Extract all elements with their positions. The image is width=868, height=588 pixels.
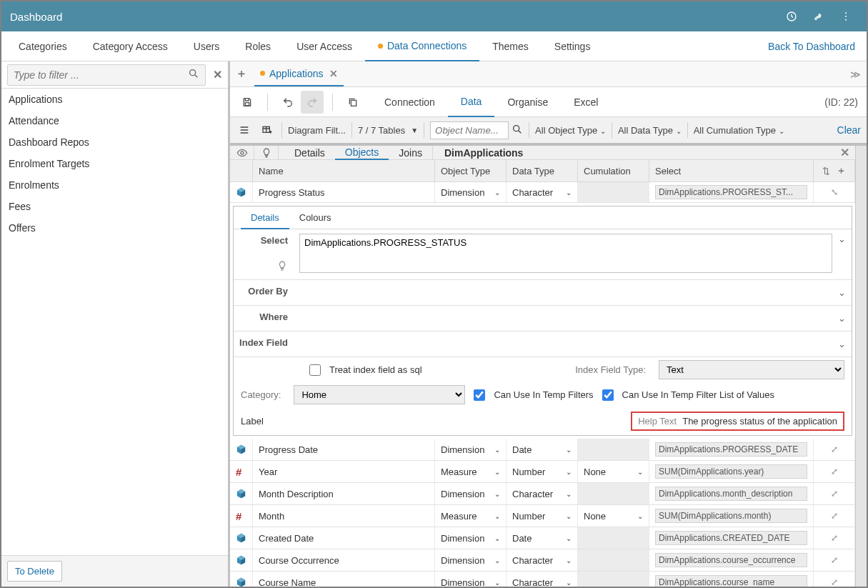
table-row[interactable]: Month DescriptionDimension⌄Character⌄Dim… xyxy=(230,483,855,505)
tab-user-access[interactable]: User Access xyxy=(284,31,365,61)
vertical-scrollbar[interactable] xyxy=(855,146,867,587)
row-datatype-select[interactable]: Date⌄ xyxy=(507,439,578,460)
table-row[interactable]: Progress DateDimension⌄Date⌄DimApplicati… xyxy=(230,439,855,461)
col-select[interactable]: Select xyxy=(649,160,814,181)
clear-filter-icon[interactable]: ✕ xyxy=(213,68,222,81)
undo-icon[interactable] xyxy=(276,91,299,114)
more-tabs-icon[interactable]: ≫ xyxy=(850,69,861,80)
can-use-temp-filters-checkbox[interactable] xyxy=(474,389,485,401)
object-name-filter-input[interactable] xyxy=(430,121,509,139)
editor-tab-applications[interactable]: Applications ✕ xyxy=(254,61,344,86)
row-cumul-select[interactable]: None⌄ xyxy=(578,505,649,527)
expand-row-icon[interactable]: ⤢ xyxy=(831,489,838,499)
orderby-input[interactable] xyxy=(299,284,838,301)
tab-roles[interactable]: Roles xyxy=(232,31,284,61)
row-datatype-select[interactable]: Number⌄ xyxy=(507,461,578,482)
save-icon[interactable] xyxy=(236,91,259,114)
copy-icon[interactable] xyxy=(341,91,364,114)
add-table-icon[interactable] xyxy=(259,121,276,139)
label-input[interactable] xyxy=(278,415,617,427)
row-datatype-select[interactable]: Number⌄ xyxy=(507,505,578,527)
add-tab-icon[interactable]: ＋ xyxy=(236,66,247,81)
row-objtype-select[interactable]: Measure⌄ xyxy=(435,505,507,527)
to-delete-button[interactable]: To Delete xyxy=(7,561,62,582)
chevron-down-icon[interactable]: ⌄ xyxy=(838,339,846,349)
close-detail-icon[interactable]: ✕ xyxy=(840,146,849,159)
expand-row-icon[interactable]: ⤢ xyxy=(831,511,838,521)
toolbar-tab-data[interactable]: Data xyxy=(448,87,495,117)
tab-data-connections[interactable]: Data Connections xyxy=(365,31,479,61)
row-datatype-select[interactable]: Character⌄ xyxy=(507,549,578,571)
row-objtype-select[interactable]: Dimension⌄ xyxy=(435,549,507,571)
sidebar-item-attendance[interactable]: Attendance xyxy=(1,110,228,131)
can-use-temp-filter-lov-checkbox[interactable] xyxy=(602,389,614,401)
expand-row-icon[interactable]: ⤢ xyxy=(831,533,838,543)
close-tab-icon[interactable]: ✕ xyxy=(329,68,338,79)
wrench-icon[interactable] xyxy=(807,4,831,29)
back-to-dashboard-link[interactable]: Back To Dashboard xyxy=(768,41,855,52)
table-row[interactable]: #YearMeasure⌄Number⌄None⌄SUM(DimApplicat… xyxy=(230,461,855,483)
table-row[interactable]: Course OccurrenceDimension⌄Character⌄Dim… xyxy=(230,549,855,572)
sidebar-item-dashboard-repos[interactable]: Dashboard Repos xyxy=(1,131,228,153)
sidebar-item-fees[interactable]: Fees xyxy=(1,196,228,217)
list-view-icon[interactable] xyxy=(236,121,253,139)
row-objtype-select[interactable]: Dimension⌄ xyxy=(435,483,507,504)
toolbar-tab-excel[interactable]: Excel xyxy=(561,87,611,116)
row-objtype-select[interactable]: Measure⌄ xyxy=(435,461,507,482)
toolbar-tab-organise[interactable]: Organise xyxy=(494,87,561,116)
toolbar-tab-connection[interactable]: Connection xyxy=(371,87,448,116)
collapse-row-icon[interactable]: ⤡ xyxy=(831,187,838,197)
tab-category-access[interactable]: Category Access xyxy=(80,31,181,61)
col-objtype[interactable]: Object Type xyxy=(435,160,507,181)
expand-row-icon[interactable]: ⤢ xyxy=(831,444,838,454)
cumulation-type-filter[interactable]: All Cumulation Type ⌄ xyxy=(694,125,784,136)
detail-tab-joins[interactable]: Joins xyxy=(389,146,432,159)
help-text-value[interactable]: The progress status of the application xyxy=(682,416,837,427)
data-type-filter[interactable]: All Data Type ⌄ xyxy=(618,125,682,136)
col-cumulation[interactable]: Cumulation xyxy=(578,160,649,181)
expand-row-icon[interactable]: ⤢ xyxy=(831,577,838,587)
chevron-down-icon[interactable]: ⌄ xyxy=(838,313,846,324)
tab-themes[interactable]: Themes xyxy=(479,31,542,61)
expanded-tab-details[interactable]: Details xyxy=(241,206,289,229)
diagram-filter-label[interactable]: Diagram Filt... xyxy=(288,125,346,136)
row-datatype-select[interactable]: Character⌄ xyxy=(507,483,578,504)
row-objtype-select[interactable]: Dimension⌄ xyxy=(435,439,507,460)
tables-count[interactable]: 7 / 7 Tables xyxy=(358,125,405,136)
lightbulb-icon[interactable] xyxy=(254,146,279,159)
row-cumul-select[interactable]: None⌄ xyxy=(578,461,649,482)
indexfield-input[interactable] xyxy=(299,336,838,352)
tab-categories[interactable]: Categories xyxy=(6,31,80,61)
search-icon[interactable] xyxy=(512,124,523,137)
treat-sql-checkbox[interactable] xyxy=(309,364,321,376)
object-type-filter[interactable]: All Object Type ⌄ xyxy=(535,125,606,136)
row-objtype-select[interactable]: Dimension⌄ xyxy=(435,572,507,587)
row-datatype-select[interactable]: Character⌄ xyxy=(507,182,578,202)
select-input[interactable] xyxy=(299,234,832,273)
search-icon[interactable] xyxy=(188,68,199,81)
filter-box[interactable] xyxy=(7,64,206,86)
expand-row-icon[interactable]: ⤢ xyxy=(831,555,838,565)
sort-icon[interactable]: ⇅ xyxy=(822,166,830,176)
expanded-tab-colours[interactable]: Colours xyxy=(289,206,341,229)
lightbulb-icon[interactable] xyxy=(276,260,288,274)
detail-tab-objects[interactable]: Objects xyxy=(335,146,389,160)
clear-filters-button[interactable]: Clear xyxy=(837,124,861,136)
clock-icon[interactable] xyxy=(779,4,804,29)
add-row-icon[interactable]: ＋ xyxy=(837,164,846,177)
tab-settings[interactable]: Settings xyxy=(542,31,604,61)
col-name[interactable]: Name xyxy=(253,160,435,181)
row-objtype-select[interactable]: Dimension⌄ xyxy=(435,182,507,202)
table-row-progress-status[interactable]: Progress Status Dimension⌄ Character⌄ Di… xyxy=(230,182,855,203)
sidebar-item-offers[interactable]: Offers xyxy=(1,217,228,239)
chevron-down-icon[interactable]: ⌄ xyxy=(838,234,846,244)
row-objtype-select[interactable]: Dimension⌄ xyxy=(435,527,507,549)
col-datatype[interactable]: Data Type xyxy=(507,160,578,181)
eye-icon[interactable] xyxy=(230,146,254,159)
expand-row-icon[interactable]: ⤢ xyxy=(831,467,838,477)
table-row[interactable]: #MonthMeasure⌄Number⌄None⌄SUM(DimApplica… xyxy=(230,505,855,527)
row-datatype-select[interactable]: Date⌄ xyxy=(507,527,578,549)
where-input[interactable] xyxy=(299,310,838,327)
filter-input[interactable] xyxy=(14,69,188,81)
table-row[interactable]: Created DateDimension⌄Date⌄DimApplicatio… xyxy=(230,527,855,549)
